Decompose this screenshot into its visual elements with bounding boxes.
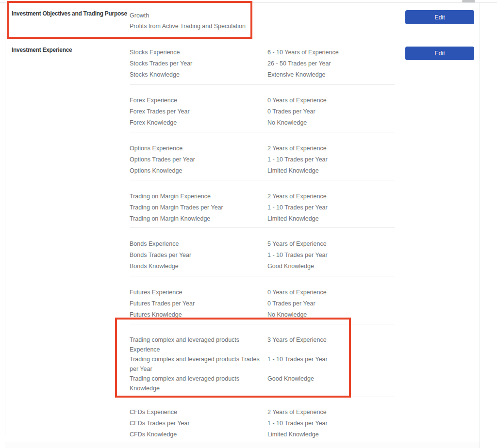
field-value: Good Knowledge xyxy=(267,261,395,272)
edit-objectives-button[interactable]: Edit xyxy=(405,10,474,24)
experience-group-cfds: CFDs Experience 2 Years of Experience CF… xyxy=(130,397,395,446)
experience-list: Stocks Experience 6 - 10 Years of Experi… xyxy=(130,44,395,446)
field-value: 26 - 50 Trades per Year xyxy=(267,58,395,69)
field-label: Trading on Margin Knowledge xyxy=(130,213,267,224)
field-label: Options Trades per Year xyxy=(130,154,267,165)
table-row: Futures Knowledge No Knowledge xyxy=(130,309,395,320)
field-value: Good Knowledge xyxy=(267,374,395,393)
table-row: Forex Experience 0 Years of Experience xyxy=(130,95,395,106)
table-row: Options Trades per Year 1 - 10 Trades pe… xyxy=(130,154,395,165)
card-left-border xyxy=(5,2,5,435)
table-row: Bonds Knowledge Good Knowledge xyxy=(130,261,395,272)
field-label: Forex Trades per Year xyxy=(130,106,267,117)
field-value: Limited Knowledge xyxy=(267,429,395,440)
field-label: Forex Knowledge xyxy=(130,117,267,128)
scrollbar-thumb[interactable] xyxy=(462,0,475,2)
table-row: Trading complex and leveraged products K… xyxy=(130,374,395,393)
field-value: Extensive Knowledge xyxy=(267,69,395,80)
table-row: Trading on Margin Knowledge Limited Know… xyxy=(130,213,395,224)
table-row: CFDs Knowledge Limited Knowledge xyxy=(130,429,395,440)
field-label: Stocks Knowledge xyxy=(130,69,267,80)
table-row: CFDs Trades per Year 1 - 10 Trades per Y… xyxy=(130,418,395,429)
field-value: 0 Years of Experience xyxy=(267,95,395,106)
card-top-border xyxy=(0,2,497,3)
field-value: 0 Trades per Year xyxy=(267,106,395,117)
field-label: Bonds Knowledge xyxy=(130,261,267,272)
field-value: 1 - 10 Trades per Year xyxy=(267,250,395,261)
investment-objectives-title: Investment Objectives and Trading Purpos… xyxy=(12,10,127,17)
table-row: CFDs Experience 2 Years of Experience xyxy=(130,407,395,418)
field-value: 2 Years of Experience xyxy=(267,191,395,202)
table-row: Trading on Margin Trades per Year 1 - 10… xyxy=(130,202,395,213)
field-label: Options Experience xyxy=(130,143,267,154)
field-value: Limited Knowledge xyxy=(267,213,395,224)
experience-group-stocks: Stocks Experience 6 - 10 Years of Experi… xyxy=(130,44,395,85)
experience-group-margin: Trading on Margin Experience 2 Years of … xyxy=(130,180,395,228)
table-row: Bonds Experience 5 Years of Experience xyxy=(130,239,395,250)
field-value: 2 Years of Experience xyxy=(267,143,395,154)
field-label: Bonds Experience xyxy=(130,239,267,250)
field-value: Limited Knowledge xyxy=(267,165,395,176)
experience-group-bonds: Bonds Experience 5 Years of Experience B… xyxy=(130,228,395,276)
investment-objectives-values: Growth Profits from Active Trading and S… xyxy=(130,10,246,32)
card-right-border xyxy=(480,2,480,448)
table-row: Options Knowledge Limited Knowledge xyxy=(130,165,395,176)
field-value: 5 Years of Experience xyxy=(267,239,395,250)
experience-group-forex: Forex Experience 0 Years of Experience F… xyxy=(130,85,395,132)
field-label: Stocks Trades per Year xyxy=(130,58,267,69)
table-row: Trading on Margin Experience 2 Years of … xyxy=(130,191,395,202)
field-label: Trading on Margin Experience xyxy=(130,191,267,202)
section-divider xyxy=(5,40,480,40)
objective-value: Growth xyxy=(130,10,246,21)
table-row: Options Experience 2 Years of Experience xyxy=(130,143,395,154)
table-row: Futures Trades per Year 0 Trades per Yea… xyxy=(130,298,395,309)
field-label: Trading on Margin Trades per Year xyxy=(130,202,267,213)
field-value: 1 - 10 Trades per Year xyxy=(267,418,395,429)
field-label: CFDs Trades per Year xyxy=(130,418,267,429)
table-row: Forex Trades per Year 0 Trades per Year xyxy=(130,106,395,117)
field-value: 0 Trades per Year xyxy=(267,298,395,309)
experience-group-options: Options Experience 2 Years of Experience… xyxy=(130,132,395,180)
table-row: Stocks Knowledge Extensive Knowledge xyxy=(130,69,395,80)
field-label: Trading complex and leveraged products T… xyxy=(130,354,267,374)
table-row: Trading complex and leveraged products T… xyxy=(130,354,395,374)
field-value: 2 Years of Experience xyxy=(267,407,395,418)
field-value: 1 - 10 Trades per Year xyxy=(267,154,395,165)
field-label: Trading complex and leveraged products E… xyxy=(130,335,267,354)
field-label: Trading complex and leveraged products K… xyxy=(130,374,267,393)
field-label: Stocks Experience xyxy=(130,47,267,58)
field-label: Futures Trades per Year xyxy=(130,298,267,309)
objective-value: Profits from Active Trading and Speculat… xyxy=(130,21,246,32)
field-value: No Knowledge xyxy=(267,117,395,128)
field-value: 6 - 10 Years of Experience xyxy=(267,47,395,58)
field-label: CFDs Experience xyxy=(130,407,267,418)
table-row: Trading complex and leveraged products E… xyxy=(130,335,395,354)
investment-experience-title: Investment Experience xyxy=(12,47,72,53)
field-value: 1 - 10 Trades per Year xyxy=(267,202,395,213)
table-row: Bonds Trades per Year 1 - 10 Trades per … xyxy=(130,250,395,261)
experience-group-complex-products: Trading complex and leveraged products E… xyxy=(130,324,395,397)
field-value: 3 Years of Experience xyxy=(267,335,395,354)
field-label: CFDs Knowledge xyxy=(130,429,267,440)
edit-experience-button[interactable]: Edit xyxy=(405,47,474,60)
field-label: Forex Experience xyxy=(130,95,267,106)
experience-group-futures: Futures Experience 0 Years of Experience… xyxy=(130,276,395,324)
table-row: Futures Experience 0 Years of Experience xyxy=(130,287,395,298)
field-value: 1 - 10 Trades per Year xyxy=(267,354,395,374)
account-profile-page: Investment Objectives and Trading Purpos… xyxy=(0,0,497,448)
field-label: Bonds Trades per Year xyxy=(130,250,267,261)
table-row: Forex Knowledge No Knowledge xyxy=(130,117,395,128)
field-label: Options Knowledge xyxy=(130,165,267,176)
field-label: Futures Knowledge xyxy=(130,309,267,320)
table-row: Stocks Trades per Year 26 - 50 Trades pe… xyxy=(130,58,395,69)
field-value: 0 Years of Experience xyxy=(267,287,395,298)
field-label: Futures Experience xyxy=(130,287,267,298)
table-row: Stocks Experience 6 - 10 Years of Experi… xyxy=(130,47,395,58)
field-value: No Knowledge xyxy=(267,309,395,320)
